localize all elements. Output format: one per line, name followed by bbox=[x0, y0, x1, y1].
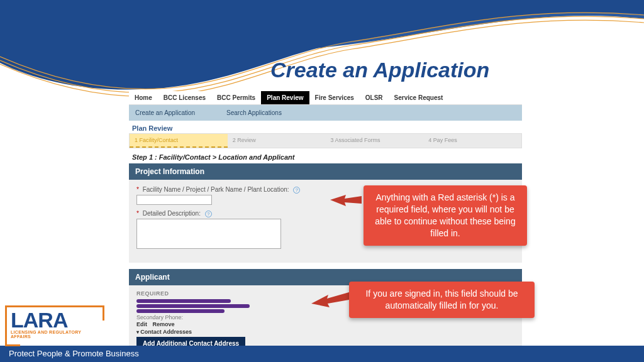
step-review[interactable]: 2 Review bbox=[228, 134, 326, 148]
step-pay-fees[interactable]: 4 Pay Fees bbox=[423, 134, 521, 148]
sub-nav: Create an Application Search Application… bbox=[129, 105, 522, 121]
arrow-icon bbox=[308, 286, 352, 311]
required-asterisk-icon: * bbox=[136, 210, 139, 217]
subnav-search-apps[interactable]: Search Applications bbox=[226, 109, 282, 116]
callout-autofill: If you are signed in, this field should … bbox=[349, 282, 535, 318]
page-title: Create an Application bbox=[270, 58, 489, 82]
lara-logo-text: LARA bbox=[11, 310, 99, 330]
step-breadcrumb: Step 1 : Facility/Contact > Location and… bbox=[132, 153, 522, 161]
nav-service-request[interactable]: Service Request bbox=[389, 91, 449, 104]
subnav-create-app[interactable]: Create an Application bbox=[135, 109, 195, 116]
lara-logo-subtitle: LICENSING AND REGULATORY AFFAIRS bbox=[11, 330, 99, 339]
lara-logo: LARA LICENSING AND REGULATORY AFFAIRS bbox=[5, 305, 103, 344]
help-icon[interactable]: ? bbox=[293, 187, 300, 194]
redacted-line bbox=[136, 309, 225, 313]
step-associated-forms[interactable]: 3 Associated Forms bbox=[326, 134, 424, 148]
nav-bcc-licenses[interactable]: BCC Licenses bbox=[158, 91, 211, 104]
svg-marker-1 bbox=[330, 195, 362, 206]
description-label: Detailed Description: bbox=[143, 210, 201, 217]
edit-link[interactable]: Edit bbox=[136, 321, 147, 327]
required-asterisk-icon: * bbox=[136, 186, 139, 193]
svg-marker-2 bbox=[311, 292, 349, 307]
redacted-line bbox=[136, 299, 231, 303]
remove-link[interactable]: Remove bbox=[153, 321, 175, 327]
section-label: Plan Review bbox=[132, 124, 522, 132]
nav-fire-services[interactable]: Fire Services bbox=[309, 91, 360, 104]
help-icon[interactable]: ? bbox=[205, 211, 212, 217]
callout-required-fields: Anything with a Red asterisk (*) is a re… bbox=[364, 185, 527, 246]
nav-bcc-permits[interactable]: BCC Permits bbox=[211, 91, 261, 104]
project-info-header: Project Information bbox=[129, 163, 522, 180]
step-facility-contact[interactable]: 1 Facility/Contact bbox=[130, 134, 228, 148]
nav-plan-review[interactable]: Plan Review bbox=[261, 91, 309, 104]
description-input[interactable] bbox=[136, 219, 281, 249]
top-nav: Home BCC Licenses BCC Permits Plan Revie… bbox=[129, 91, 522, 105]
nav-home[interactable]: Home bbox=[129, 91, 158, 104]
arrow-icon bbox=[327, 189, 365, 214]
contact-addresses-toggle[interactable]: Contact Addresses bbox=[136, 329, 514, 335]
nav-olsr[interactable]: OLSR bbox=[360, 91, 389, 104]
footer-bar: Protect People & Promote Business bbox=[0, 346, 644, 362]
facility-name-input[interactable] bbox=[136, 195, 212, 205]
facility-name-label: Facility Name / Project / Park Name / Pl… bbox=[143, 186, 289, 193]
progress-tracker: 1 Facility/Contact 2 Review 3 Associated… bbox=[129, 133, 522, 148]
redacted-line bbox=[136, 304, 250, 308]
edit-remove-row: Edit Remove bbox=[136, 321, 514, 327]
